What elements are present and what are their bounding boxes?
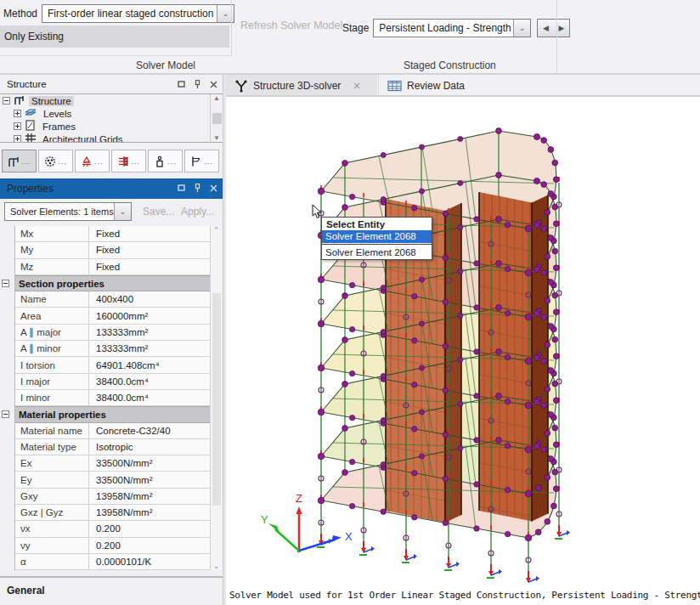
property-value[interactable]: Fixed	[89, 259, 220, 275]
scroll-up-icon[interactable]: ⌃	[213, 226, 220, 235]
property-value[interactable]: 0.0000101/K	[89, 554, 220, 570]
left-panel: Structure Structure Levels Frames Archit…	[0, 75, 223, 605]
expand-icon[interactable]	[14, 135, 21, 143]
property-value[interactable]: 33500N/mm²	[89, 472, 220, 488]
solver-node	[533, 443, 539, 449]
close-icon[interactable]: ✕	[353, 81, 360, 92]
solver-node	[548, 324, 554, 330]
property-value[interactable]: 64901.408cm⁴	[89, 357, 220, 373]
grid-icon	[25, 133, 37, 143]
solver-node	[458, 358, 463, 363]
grid-scrollbar[interactable]: ⌃ ⌄	[210, 226, 222, 570]
selection-combobox[interactable]: Solver Elements: 1 items ⌄	[4, 202, 132, 221]
solver-node	[420, 410, 425, 415]
property-value[interactable]: 400x400	[89, 291, 220, 308]
property-value[interactable]: Fixed	[89, 242, 220, 258]
close-icon[interactable]	[209, 80, 217, 88]
solver-node	[545, 474, 550, 480]
collapse-icon[interactable]	[2, 280, 9, 287]
scroll-thumb[interactable]	[212, 113, 222, 124]
apply-button[interactable]: Apply...	[181, 206, 214, 218]
property-value[interactable]: 0.200	[89, 538, 220, 554]
solver-node	[458, 137, 463, 142]
property-value[interactable]: 13958N/mm²	[89, 505, 220, 521]
property-value[interactable]: Isotropic	[89, 439, 220, 455]
save-button[interactable]: Save...	[143, 206, 174, 218]
property-value[interactable]: 133333mm²	[89, 341, 220, 357]
grid-flag-tool-button[interactable]: ...	[184, 150, 219, 172]
property-value[interactable]: 38400.0cm⁴	[89, 374, 220, 390]
solver-model-3d[interactable]: ZXY	[226, 97, 700, 584]
property-group-row[interactable]: Section properties	[0, 275, 221, 291]
tab-structure-3d-solver[interactable]: Structure 3D-solver ✕	[226, 75, 377, 97]
property-value[interactable]: 133333mm²	[89, 325, 220, 341]
restore-icon[interactable]	[177, 184, 185, 192]
solver-node	[496, 172, 502, 178]
tab-review-data[interactable]: Review Data	[378, 75, 473, 97]
property-value[interactable]: Concrete-C32/40	[89, 423, 220, 439]
tree-item-architectural-grids[interactable]: Architectural Grids	[0, 133, 223, 143]
scroll-up-icon[interactable]: ▲	[213, 94, 220, 102]
property-value[interactable]: 0.200	[89, 521, 220, 537]
property-value[interactable]: 33500N/mm²	[89, 455, 220, 472]
property-row: Ex33500N/mm²	[0, 455, 221, 472]
sphere-tool-button[interactable]: ...	[38, 150, 73, 172]
popup-item[interactable]: Solver Element 2068	[322, 246, 432, 259]
solver-node	[525, 358, 532, 365]
solver-node	[541, 182, 547, 188]
solver-node	[412, 471, 417, 476]
pin-icon[interactable]	[193, 80, 201, 88]
tree-item-levels[interactable]: Levels	[0, 107, 223, 120]
scroll-thumb[interactable]	[212, 293, 221, 506]
expand-icon[interactable]	[14, 122, 21, 130]
solver-node	[474, 482, 479, 487]
stage-prev-button[interactable]: ◀	[537, 19, 554, 37]
popup-item-selected[interactable]: Solver Element 2068	[322, 230, 432, 243]
general-panel-header[interactable]: General	[0, 576, 223, 605]
property-label: Name	[15, 291, 89, 308]
solver-node	[552, 160, 558, 166]
property-value[interactable]: 160000mm²	[89, 308, 220, 324]
property-value[interactable]: 13958N/mm²	[89, 489, 220, 505]
scroll-down-icon[interactable]: ▼	[213, 134, 220, 142]
expand-icon[interactable]	[14, 110, 21, 117]
property-label: Material name	[15, 423, 89, 439]
solver-node	[458, 181, 463, 186]
property-group-row[interactable]: Material properties	[0, 406, 221, 422]
property-row: Ey33500N/mm²	[0, 472, 221, 488]
solver-node	[553, 398, 559, 404]
load-tool-button[interactable]: ...	[111, 150, 146, 172]
pin-icon[interactable]	[193, 184, 201, 192]
refresh-solver-model-button[interactable]: Refresh Solver Model	[240, 20, 342, 31]
solver-node	[420, 189, 425, 194]
solver-3d-view[interactable]: ZXY Select Entity Solver Element 2068 So…	[226, 97, 700, 584]
collapse-icon[interactable]	[2, 410, 9, 418]
solver-node	[458, 225, 463, 230]
tree-scrollbar[interactable]: ▲ ▼	[210, 94, 223, 142]
close-icon[interactable]	[209, 184, 217, 192]
only-existing-toggle[interactable]: Only Existing	[0, 25, 229, 48]
property-label: Mz	[15, 259, 89, 275]
frame-tool-button[interactable]: ...	[2, 150, 37, 172]
plumb-tool-button[interactable]: ...	[148, 150, 183, 172]
stage-combobox[interactable]: Persistent Loading - Strength ⌄	[373, 19, 531, 37]
solver-node	[443, 255, 448, 260]
solver-node	[496, 349, 502, 355]
property-value[interactable]: Fixed	[89, 226, 220, 242]
support-tool-button[interactable]: ...	[75, 150, 110, 172]
property-value[interactable]: 38400.0cm⁴	[89, 390, 220, 406]
restore-icon[interactable]	[177, 80, 185, 88]
tree-item-structure[interactable]: Structure	[0, 94, 223, 107]
chevron-down-icon[interactable]: ⌄	[114, 203, 131, 220]
property-label: α	[15, 554, 89, 570]
tree-item-frames[interactable]: Frames	[0, 120, 223, 133]
property-label: νy	[15, 538, 89, 554]
chevron-down-icon[interactable]: ⌄	[513, 20, 530, 37]
solver-node	[496, 305, 502, 311]
collapse-icon[interactable]	[3, 97, 10, 105]
scroll-down-icon[interactable]: ⌄	[213, 562, 220, 570]
property-row: I torsion64901.408cm⁴	[0, 357, 221, 373]
solver-node	[443, 343, 448, 348]
solver-node	[553, 486, 559, 492]
method-combobox[interactable]: First-order linear staged construction ⌄	[42, 4, 234, 23]
